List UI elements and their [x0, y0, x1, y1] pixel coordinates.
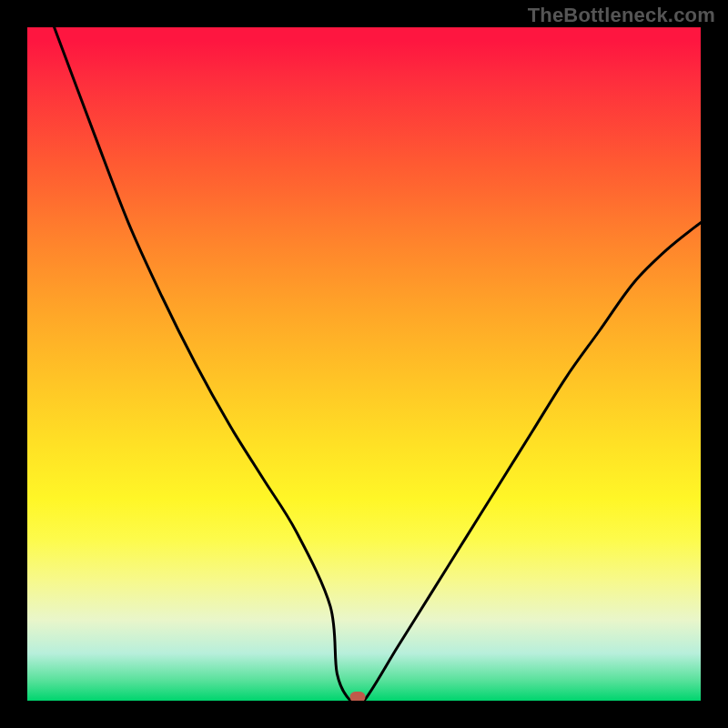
bottleneck-curve — [55, 27, 701, 701]
watermark-text: TheBottleneck.com — [528, 4, 715, 27]
plot-area — [27, 27, 701, 701]
chart-frame: TheBottleneck.com — [0, 0, 728, 728]
curve-svg — [27, 27, 701, 701]
minimum-marker — [349, 692, 365, 701]
